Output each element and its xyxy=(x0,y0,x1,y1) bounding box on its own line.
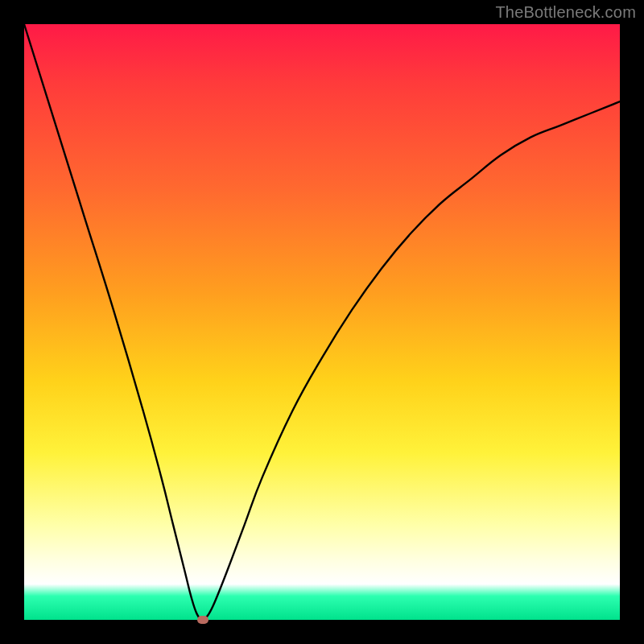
watermark-text: TheBottleneck.com xyxy=(495,3,636,22)
bottleneck-curve xyxy=(24,24,620,620)
optimum-marker xyxy=(197,616,208,624)
plot-area xyxy=(24,24,620,620)
chart-frame: TheBottleneck.com xyxy=(0,0,644,644)
